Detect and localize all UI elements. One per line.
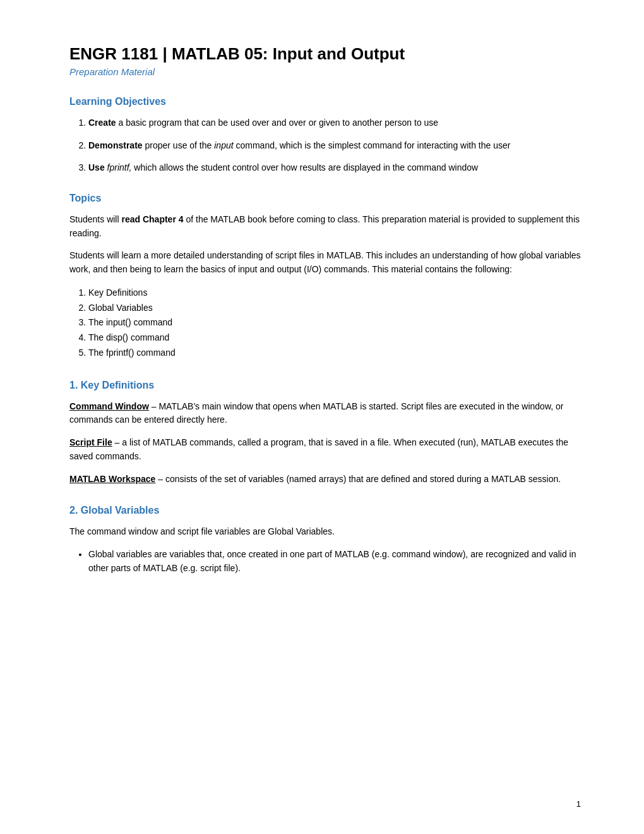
def3-dash: – (155, 474, 165, 484)
topics-list: Key Definitions Global Variables The inp… (88, 286, 581, 361)
section-global-variables: 2. Global Variables The command window a… (69, 505, 581, 575)
obj3-end: which allows the student control over ho… (131, 162, 478, 172)
obj3-bold: Use (88, 162, 105, 172)
topics-para1-bold: read Chapter 4 (121, 214, 183, 224)
obj2-rest: proper use of the (143, 140, 215, 150)
list-item: Global variables are variables that, onc… (88, 548, 581, 575)
obj1-rest: a basic program that can be used over an… (116, 118, 439, 128)
page-title: ENGR 1181 | MATLAB 05: Input and Output (69, 44, 581, 64)
list-item: The fprintf() command (88, 346, 581, 361)
section-key-definitions: 1. Key Definitions Command Window – MATL… (69, 380, 581, 486)
obj2-bold: Demonstrate (88, 140, 143, 150)
def3-text: consists of the set of variables (named … (165, 474, 561, 484)
global-variables-list: Global variables are variables that, onc… (88, 548, 581, 575)
objectives-list: Create a basic program that can be used … (88, 116, 581, 175)
def3-term: MATLAB Workspace (69, 474, 155, 484)
topics-heading: Topics (69, 193, 581, 204)
section-topics: Topics Students will read Chapter 4 of t… (69, 193, 581, 361)
obj2-italic: input (214, 140, 233, 150)
obj1-bold: Create (88, 118, 116, 128)
definition-matlab-workspace: MATLAB Workspace – consists of the set o… (69, 473, 581, 486)
obj3-italic: fprintf, (107, 162, 132, 172)
def2-dash: – (112, 437, 122, 447)
list-item: Use fprintf, which allows the student co… (88, 161, 581, 175)
page-number: 1 (576, 799, 581, 809)
list-item: Global Variables (88, 301, 581, 316)
obj2-end: command, which is the simplest command f… (234, 140, 511, 150)
definition-command-window: Command Window – MATLAB's main window th… (69, 400, 581, 427)
list-item: Key Definitions (88, 286, 581, 301)
list-item: Demonstrate proper use of the input comm… (88, 139, 581, 153)
global-variables-intro: The command window and script file varia… (69, 525, 581, 539)
def2-text: a list of MATLAB commands, called a prog… (69, 437, 568, 461)
global-variables-heading: 2. Global Variables (69, 505, 581, 516)
list-item: Create a basic program that can be used … (88, 116, 581, 130)
topics-para1-before: Students will (69, 214, 121, 224)
def2-term: Script File (69, 437, 112, 447)
key-definitions-heading: 1. Key Definitions (69, 380, 581, 391)
section-learning-objectives: Learning Objectives Create a basic progr… (69, 96, 581, 175)
topics-para1: Students will read Chapter 4 of the MATL… (69, 213, 581, 240)
def1-term: Command Window (69, 401, 149, 411)
list-item: The disp() command (88, 330, 581, 346)
subtitle: Preparation Material (69, 66, 581, 77)
def1-dash: – (149, 401, 159, 411)
topics-para2: Students will learn a more detailed unde… (69, 249, 581, 276)
learning-objectives-heading: Learning Objectives (69, 96, 581, 107)
page-container: ENGR 1181 | MATLAB 05: Input and Output … (0, 0, 644, 834)
list-item: The input() command (88, 315, 581, 330)
definition-script-file: Script File – a list of MATLAB commands,… (69, 436, 581, 463)
